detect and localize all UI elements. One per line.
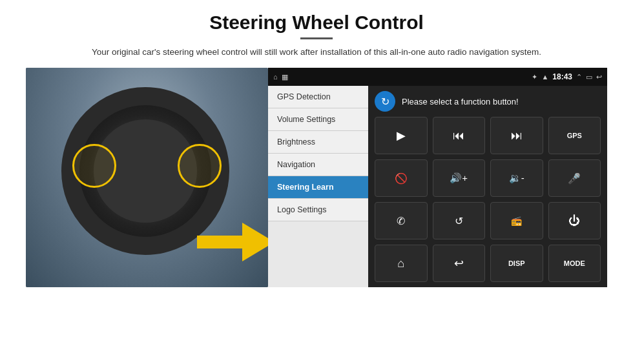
disp-button[interactable]: DISP: [490, 245, 543, 282]
prompt-text: Please select a function button!: [402, 97, 519, 106]
radio-button[interactable]: 📻: [490, 202, 543, 239]
power-button[interactable]: ⏻: [548, 202, 601, 239]
menu-item-steering-learn[interactable]: Steering Learn: [268, 176, 368, 199]
menu-item-brightness[interactable]: Brightness: [268, 131, 368, 154]
menu-item-navigation[interactable]: Navigation: [268, 154, 368, 176]
vol-up-icon: 🔊+: [450, 172, 468, 184]
back-button[interactable]: ↩: [433, 245, 486, 282]
mute-button[interactable]: 🚫: [375, 159, 428, 197]
play-icon: ▶: [397, 128, 406, 143]
phone-button[interactable]: ✆: [375, 202, 428, 239]
power-icon: ⏻: [568, 214, 580, 228]
arrow-head: [242, 223, 268, 261]
status-bar: ⌂ ▦ ✦ ▲ 18:43 ⌃ ▭ ↩: [268, 68, 607, 86]
rotate-icon: ↺: [455, 215, 463, 227]
minimize-status-icon: ▭: [586, 73, 592, 81]
menu-item-logo-settings[interactable]: Logo Settings: [268, 199, 368, 221]
next-icon: ⏭: [511, 129, 523, 143]
mic-icon: 🎤: [568, 172, 581, 185]
mic-button[interactable]: 🎤: [548, 159, 601, 197]
arrow-body: [197, 236, 242, 248]
phone-icon: ✆: [397, 215, 405, 227]
play-button[interactable]: ▶: [375, 117, 428, 154]
page-subtitle: Your original car's steering wheel contr…: [92, 46, 541, 59]
home-icon: ⌂: [397, 257, 404, 270]
prev-icon: ⏮: [453, 129, 464, 143]
gps-button[interactable]: GPS: [548, 117, 601, 154]
menu-item-gps-detection[interactable]: GPS Detection: [268, 86, 368, 108]
android-screen: ⌂ ▦ ✦ ▲ 18:43 ⌃ ▭ ↩ GPS Detection Volume…: [268, 68, 607, 287]
title-divider: [300, 37, 333, 39]
screenshot-status-icon: ▦: [282, 73, 288, 81]
mode-button[interactable]: MODE: [548, 245, 601, 282]
screen-content: GPS Detection Volume Settings Brightness…: [268, 86, 607, 287]
vol-down-button[interactable]: 🔉-: [490, 159, 543, 197]
home-status-icon: ⌂: [273, 73, 278, 81]
button-cluster-right: [178, 144, 222, 188]
back-status-icon: ↩: [596, 73, 602, 81]
prev-button[interactable]: ⏮: [433, 117, 486, 154]
steering-wheel-photo: [26, 68, 268, 287]
next-button[interactable]: ⏭: [490, 117, 543, 154]
signal-status-icon: ▲: [541, 73, 548, 81]
back-icon: ↩: [454, 256, 464, 270]
home-button[interactable]: ⌂: [375, 245, 428, 282]
rotate-button[interactable]: ↺: [433, 202, 486, 239]
arrow-overlay: [197, 223, 268, 261]
status-icons-left: ⌂ ▦: [273, 73, 288, 81]
mute-icon: 🚫: [395, 172, 408, 185]
expand-status-icon: ⌃: [576, 73, 582, 81]
gps-icon: GPS: [567, 132, 582, 139]
radio-icon: 📻: [511, 216, 522, 226]
left-menu: GPS Detection Volume Settings Brightness…: [268, 86, 368, 287]
panel-header: ↻ Please select a function button!: [375, 91, 601, 112]
right-panel: ↻ Please select a function button! ▶ ⏮ ⏭: [368, 86, 607, 287]
page-title: Steering Wheel Control: [209, 12, 424, 34]
status-icons-right: ✦ ▲ 18:43 ⌃ ▭ ↩: [532, 72, 602, 81]
disp-icon: DISP: [508, 259, 525, 267]
status-time: 18:43: [552, 72, 572, 81]
bluetooth-status-icon: ✦: [532, 73, 537, 81]
menu-item-volume-settings[interactable]: Volume Settings: [268, 108, 368, 131]
page-container: Steering Wheel Control Your original car…: [0, 0, 633, 364]
button-cluster-left: [72, 144, 116, 188]
vol-up-button[interactable]: 🔊+: [433, 159, 486, 197]
button-grid: ▶ ⏮ ⏭ GPS 🚫: [375, 117, 601, 282]
main-image-area: ⌂ ▦ ✦ ▲ 18:43 ⌃ ▭ ↩ GPS Detection Volume…: [26, 68, 607, 287]
vol-down-icon: 🔉-: [509, 172, 524, 184]
refresh-button[interactable]: ↻: [375, 91, 395, 112]
mode-icon: MODE: [564, 259, 585, 267]
